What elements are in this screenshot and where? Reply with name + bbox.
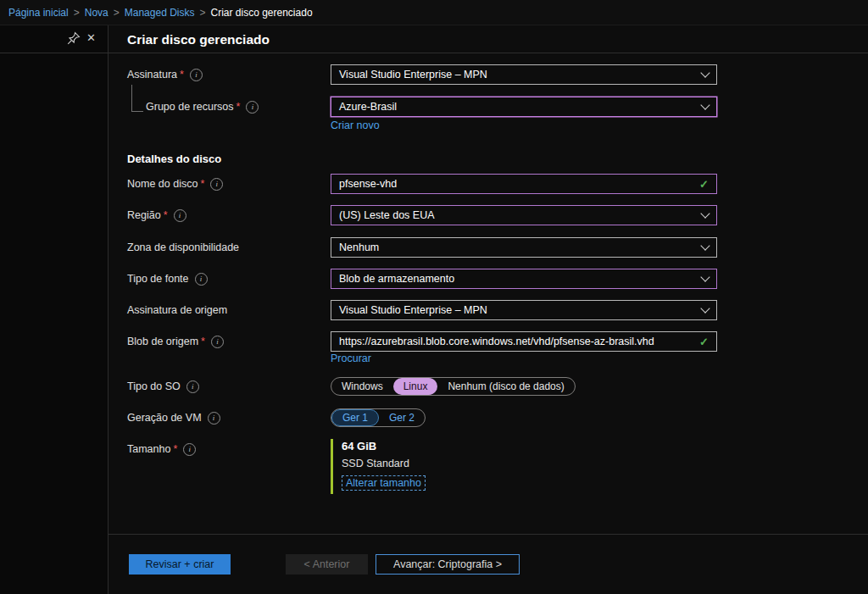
chevron-down-icon — [700, 272, 709, 281]
alterar-tamanho-link[interactable]: Alterar tamanho — [342, 475, 426, 491]
assinatura-de-origem-label: Assinatura de origem — [127, 304, 331, 316]
label-text: Tipo do SO — [127, 380, 181, 392]
os-type-option-windows[interactable]: Windows — [331, 378, 393, 395]
info-icon[interactable]: i — [246, 101, 259, 114]
procurar-link[interactable]: Procurar — [331, 353, 371, 364]
input-value: pfsense-vhd — [339, 178, 397, 190]
avancar-criptografia-button[interactable]: Avançar: Criptografia > — [376, 554, 520, 575]
assinatura-select[interactable]: Visual Studio Enterprise – MPN — [331, 64, 717, 85]
info-icon[interactable]: i — [211, 336, 224, 348]
required-asterisk: * — [201, 336, 205, 347]
label-text: Nome do disco — [127, 178, 198, 190]
anterior-button[interactable]: < Anterior — [286, 554, 368, 575]
chevron-down-icon — [700, 303, 709, 313]
info-icon[interactable]: i — [210, 178, 223, 191]
info-icon[interactable]: i — [186, 380, 199, 393]
size-value: 64 GiB — [342, 440, 426, 452]
zona-select[interactable]: Nenhum — [331, 237, 717, 258]
check-icon: ✓ — [699, 178, 709, 191]
field-tipo-do-so: Tipo do SO i Windows Linux Nenhum (disco… — [127, 376, 576, 397]
field-grupo-recursos: Grupo de recursos * i Azure-Brasil — [127, 97, 717, 117]
blob-de-origem-input[interactable]: https://azurebrasil.blob.core.windows.ne… — [331, 331, 717, 352]
os-type-toggle: Windows Linux Nenhum (disco de dados) — [331, 377, 576, 396]
geracao-de-vm-label: Geração de VM i — [127, 412, 331, 425]
required-asterisk: * — [236, 101, 241, 113]
zona-label: Zona de disponibilidade — [127, 241, 331, 253]
field-tamanho: Tamanho * i — [127, 439, 331, 459]
selected-value: Visual Studio Enterprise – MPN — [339, 304, 487, 316]
input-value: https://azurebrasil.blob.core.windows.ne… — [339, 336, 654, 347]
blade-left-divider — [108, 25, 108, 594]
size-sku: SSD Standard — [342, 458, 426, 469]
breadcrumb-link-nova[interactable]: Nova — [85, 7, 108, 19]
required-asterisk: * — [164, 209, 168, 221]
nome-do-disco-input[interactable]: pfsense-vhd ✓ — [331, 174, 717, 194]
grupo-recursos-label: Grupo de recursos * i — [127, 101, 331, 114]
section-title-detalhes-do-disco: Detalhes do disco — [127, 153, 221, 165]
label-text: Assinatura — [127, 69, 177, 80]
tamanho-label: Tamanho * i — [127, 443, 331, 456]
field-regiao: Região * i (US) Leste dos EUA — [127, 205, 717, 225]
check-icon: ✓ — [699, 336, 709, 348]
selected-value: Nenhum — [339, 241, 379, 253]
required-asterisk: * — [173, 443, 177, 455]
close-icon[interactable]: ✕ — [86, 31, 96, 46]
os-type-option-nenhum[interactable]: Nenhum (disco de dados) — [437, 378, 574, 395]
info-icon[interactable]: i — [183, 443, 196, 456]
field-zona-disponibilidade: Zona de disponibilidade Nenhum — [127, 237, 717, 258]
breadcrumb-link-managed-disks[interactable]: Managed Disks — [125, 7, 195, 19]
required-asterisk: * — [200, 178, 204, 190]
label-text: Grupo de recursos — [146, 101, 234, 113]
breadcrumb: Página inicial > Nova > Managed Disks > … — [0, 0, 868, 25]
label-text: Geração de VM — [127, 412, 202, 424]
footer-divider — [108, 534, 868, 535]
regiao-select[interactable]: (US) Leste dos EUA — [331, 205, 717, 225]
field-blob-de-origem: Blob de origem * i https://azurebrasil.b… — [127, 331, 717, 352]
pin-icon[interactable] — [67, 31, 81, 45]
header-divider — [0, 53, 868, 53]
chevron-down-icon — [700, 100, 709, 109]
azure-portal-create-managed-disk: Página inicial > Nova > Managed Disks > … — [0, 0, 868, 594]
field-nome-do-disco: Nome do disco * i pfsense-vhd ✓ — [127, 174, 717, 194]
chevron-down-icon — [700, 241, 709, 250]
breadcrumb-separator: > — [199, 7, 205, 19]
breadcrumb-separator: > — [74, 7, 80, 19]
required-asterisk: * — [180, 69, 184, 80]
info-icon[interactable]: i — [174, 209, 186, 222]
chevron-down-icon — [700, 208, 709, 218]
selected-value: Azure-Brasil — [339, 101, 397, 113]
assinatura-label: Assinatura * i — [127, 69, 331, 81]
chevron-down-icon — [700, 68, 709, 77]
field-assinatura-de-origem: Assinatura de origem Visual Studio Enter… — [127, 300, 717, 320]
regiao-label: Região * i — [127, 209, 331, 222]
field-assinatura: Assinatura * i Visual Studio Enterprise … — [127, 64, 717, 85]
vm-generation-option-ger2[interactable]: Ger 2 — [379, 409, 425, 426]
label-text: Zona de disponibilidade — [127, 241, 239, 253]
selected-value: (US) Leste dos EUA — [339, 209, 435, 221]
info-icon[interactable]: i — [208, 412, 220, 425]
breadcrumb-link-home[interactable]: Página inicial — [8, 7, 69, 19]
assinatura-de-origem-select[interactable]: Visual Studio Enterprise – MPN — [331, 300, 717, 320]
breadcrumb-current: Criar disco gerenciado — [211, 7, 313, 19]
page-title: Criar disco gerenciado — [127, 29, 270, 51]
os-type-option-linux[interactable]: Linux — [393, 378, 438, 395]
label-text: Assinatura de origem — [127, 304, 227, 316]
breadcrumb-separator: > — [114, 7, 120, 19]
label-text: Região — [127, 209, 161, 221]
selected-value: Visual Studio Enterprise – MPN — [339, 69, 487, 80]
tipo-do-so-label: Tipo do SO i — [127, 380, 331, 393]
nome-do-disco-label: Nome do disco * i — [127, 178, 331, 191]
vm-generation-option-ger1[interactable]: Ger 1 — [331, 409, 379, 426]
label-text: Tamanho — [127, 443, 170, 455]
selected-value: Blob de armazenamento — [339, 273, 454, 285]
label-text: Tipo de fonte — [127, 273, 189, 285]
info-icon[interactable]: i — [190, 69, 203, 81]
field-geracao-de-vm: Geração de VM i Ger 1 Ger 2 — [127, 408, 426, 428]
info-icon[interactable]: i — [195, 273, 208, 286]
field-tipo-de-fonte: Tipo de fonte i Blob de armazenamento — [127, 269, 717, 289]
tipo-de-fonte-label: Tipo de fonte i — [127, 273, 331, 286]
criar-novo-link[interactable]: Criar novo — [331, 119, 380, 131]
tipo-de-fonte-select[interactable]: Blob de armazenamento — [331, 269, 717, 289]
revisar-criar-button[interactable]: Revisar + criar — [129, 554, 231, 575]
grupo-recursos-select[interactable]: Azure-Brasil — [331, 97, 717, 117]
